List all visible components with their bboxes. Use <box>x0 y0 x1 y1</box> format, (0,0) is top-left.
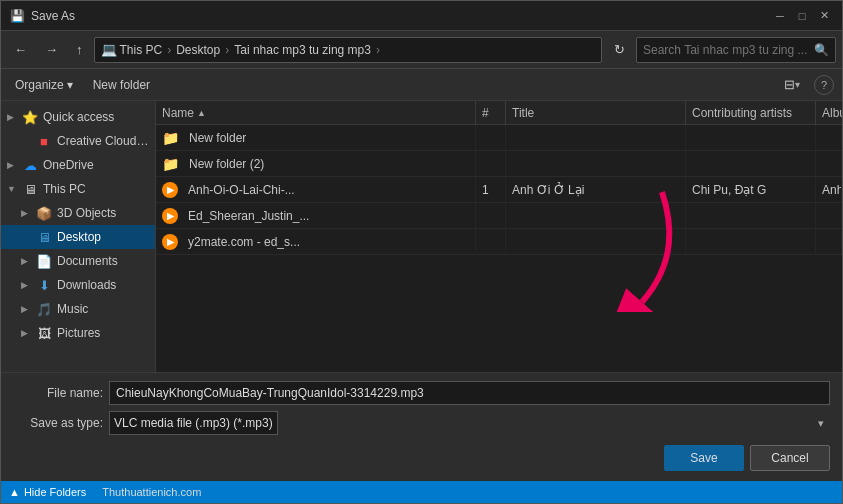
this-pc-icon: 🖥 <box>22 181 38 197</box>
sidebar-item-this-pc[interactable]: ▼ 🖥 This PC <box>1 177 155 201</box>
view-button[interactable]: ⊟ ▾ <box>778 74 806 95</box>
col-contributing-label: Contributing artists <box>692 106 792 120</box>
sidebar-item-quick-access[interactable]: ▶ ⭐ Quick access <box>1 105 155 129</box>
minimize-button[interactable]: ─ <box>770 6 790 26</box>
col-header-hash[interactable]: # <box>476 101 506 124</box>
music-icon: 🎵 <box>36 301 52 317</box>
vlc-icon: ▶ <box>162 234 178 250</box>
sidebar-item-desktop[interactable]: ▶ 🖥 Desktop <box>1 225 155 249</box>
file-hash-cell <box>476 125 506 150</box>
table-row[interactable]: ▶ Ed_Sheeran_Justin_... <box>156 203 842 229</box>
expand-music-icon: ▶ <box>21 304 31 314</box>
col-header-name[interactable]: Name ▲ <box>156 101 476 124</box>
sidebar-label-quick-access: Quick access <box>43 110 114 124</box>
maximize-button[interactable]: □ <box>792 6 812 26</box>
file-album-cell <box>816 125 842 150</box>
help-button[interactable]: ? <box>814 75 834 95</box>
cancel-button[interactable]: Cancel <box>750 445 830 471</box>
status-bar: ▲ Hide Folders Thuthuattienich.com <box>1 481 842 503</box>
expand-downloads-icon: ▶ <box>21 280 31 290</box>
sidebar: ▶ ⭐ Quick access ▶ ■ Creative Cloud Fil … <box>1 101 156 372</box>
sidebar-item-documents[interactable]: ▶ 📄 Documents <box>1 249 155 273</box>
file-hash-cell <box>476 203 506 228</box>
sidebar-item-music[interactable]: ▶ 🎵 Music <box>1 297 155 321</box>
breadcrumb-item-1: Desktop <box>176 43 220 57</box>
sidebar-item-creative-cloud[interactable]: ▶ ■ Creative Cloud Fil <box>1 129 155 153</box>
saveastype-select[interactable]: VLC media file (.mp3) (*.mp3) <box>109 411 278 435</box>
vlc-icon: ▶ <box>162 182 178 198</box>
close-button[interactable]: ✕ <box>814 6 834 26</box>
view-caret-icon: ▾ <box>795 79 800 90</box>
file-hash-cell: 1 <box>476 177 506 202</box>
expand-pictures-icon: ▶ <box>21 328 31 338</box>
sidebar-label-onedrive: OneDrive <box>43 158 94 172</box>
table-row[interactable]: ▶ y2mate.com - ed_s... <box>156 229 842 255</box>
file-name-label: New folder (2) <box>189 157 264 171</box>
search-bar: 🔍 <box>636 37 836 63</box>
file-title-cell: Anh Ơi Ở Lại <box>506 177 686 202</box>
col-header-contributing[interactable]: Contributing artists <box>686 101 816 124</box>
dialog-title: Save As <box>31 9 770 23</box>
expand-thispc-icon: ▼ <box>7 184 17 194</box>
filename-label: File name: <box>13 386 103 400</box>
breadcrumb-sep-1: › <box>225 43 229 57</box>
hide-folders-button[interactable]: ▲ Hide Folders <box>9 486 86 498</box>
file-title-cell <box>506 125 686 150</box>
file-contributing-cell <box>686 203 816 228</box>
downloads-icon: ⬇ <box>36 277 52 293</box>
organize-button[interactable]: Organize ▾ <box>9 75 79 95</box>
sidebar-label-downloads: Downloads <box>57 278 116 292</box>
file-list: Name ▲ # Title Contributing artists Albu… <box>156 101 842 372</box>
breadcrumb-sep-0: › <box>167 43 171 57</box>
file-name-label: y2mate.com - ed_s... <box>188 235 300 249</box>
file-name-cell: ▶ Anh-Oi-O-Lai-Chi-... <box>156 177 476 202</box>
up-button[interactable]: ↑ <box>69 37 90 63</box>
file-contributing-cell <box>686 229 816 254</box>
window-controls: ─ □ ✕ <box>770 6 834 26</box>
main-content: ▶ ⭐ Quick access ▶ ■ Creative Cloud Fil … <box>1 101 842 372</box>
col-header-title[interactable]: Title <box>506 101 686 124</box>
desktop-icon: 🖥 <box>36 229 52 245</box>
filename-input[interactable] <box>109 381 830 405</box>
table-row[interactable]: ▶ Anh-Oi-O-Lai-Chi-... 1 Anh Ơi Ở Lại Ch… <box>156 177 842 203</box>
file-name-label: Ed_Sheeran_Justin_... <box>188 209 309 223</box>
save-button[interactable]: Save <box>664 445 744 471</box>
bottom-area: File name: Save as type: VLC media file … <box>1 372 842 481</box>
expand-onedrive-icon: ▶ <box>7 160 17 170</box>
forward-button[interactable]: → <box>38 37 65 63</box>
search-icon: 🔍 <box>814 43 829 57</box>
file-title-cell <box>506 151 686 176</box>
file-contributing-cell <box>686 151 816 176</box>
file-name-label: Anh-Oi-O-Lai-Chi-... <box>188 183 295 197</box>
file-album-cell: Anh Ơi Ở Lại (Single) <box>816 177 842 202</box>
col-header-album[interactable]: Album <box>816 101 842 124</box>
sidebar-item-pictures[interactable]: ▶ 🖼 Pictures <box>1 321 155 345</box>
back-button[interactable]: ← <box>7 37 34 63</box>
saveastype-label: Save as type: <box>13 416 103 430</box>
col-title-label: Title <box>512 106 534 120</box>
onedrive-icon: ☁ <box>22 157 38 173</box>
documents-icon: 📄 <box>36 253 52 269</box>
file-name-cell: 📁 New folder (2) <box>156 151 476 176</box>
col-sort-icon: ▲ <box>197 108 206 118</box>
file-contributing-cell: Chi Pu, Đạt G <box>686 177 816 202</box>
sidebar-item-downloads[interactable]: ▶ ⬇ Downloads <box>1 273 155 297</box>
sidebar-label-creative-cloud: Creative Cloud Fil <box>57 134 149 148</box>
sidebar-item-3d-objects[interactable]: ▶ 📦 3D Objects <box>1 201 155 225</box>
table-row[interactable]: 📁 New folder <box>156 125 842 151</box>
search-input[interactable] <box>643 43 814 57</box>
organize-label: Organize <box>15 78 64 92</box>
sidebar-label-pictures: Pictures <box>57 326 100 340</box>
sidebar-item-onedrive[interactable]: ▶ ☁ OneDrive <box>1 153 155 177</box>
save-as-dialog: 💾 Save As ─ □ ✕ ← → ↑ 💻 This PC › Deskto… <box>0 0 843 504</box>
title-bar: 💾 Save As ─ □ ✕ <box>1 1 842 31</box>
breadcrumb-bar[interactable]: 💻 This PC › Desktop › Tai nhac mp3 tu zi… <box>94 37 603 63</box>
new-folder-button[interactable]: New folder <box>87 75 156 95</box>
dialog-icon: 💾 <box>9 8 25 24</box>
folder-icon: 📁 <box>162 156 179 172</box>
filename-row: File name: <box>13 381 830 405</box>
file-hash-cell <box>476 151 506 176</box>
file-name-cell: ▶ Ed_Sheeran_Justin_... <box>156 203 476 228</box>
table-row[interactable]: 📁 New folder (2) <box>156 151 842 177</box>
refresh-button[interactable]: ↻ <box>606 37 632 63</box>
